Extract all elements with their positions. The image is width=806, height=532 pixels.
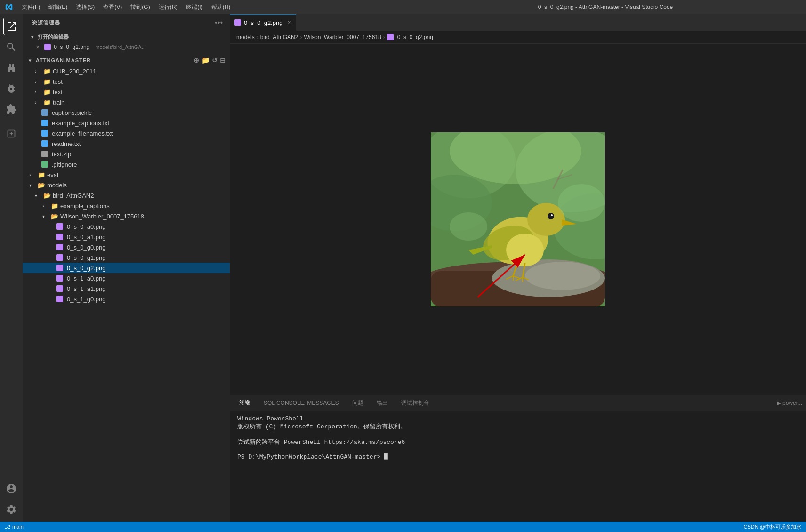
- tree-label: 0_s_1_g0.png: [67, 296, 105, 303]
- tree-item-0s0g1[interactable]: 0_s_0_g1.png: [23, 252, 230, 263]
- menu-edit[interactable]: 编辑(E): [45, 2, 71, 12]
- status-bar: ⎇ main CSDN @中杯可乐多加冰: [0, 522, 806, 532]
- close-icon[interactable]: ×: [36, 43, 40, 51]
- explorer-root-header[interactable]: ▾ ATTNGAN-MASTER ⊕ 📁 ↺ ⊟: [23, 54, 230, 66]
- open-editors-title[interactable]: ▾ 打开的编辑器: [23, 31, 230, 42]
- tree-label: 0_s_1_a1.png: [67, 285, 105, 292]
- folder-icon: 📁: [38, 171, 45, 178]
- tree-label: example_captions.txt: [52, 120, 109, 127]
- activity-explorer[interactable]: [3, 18, 20, 35]
- tree-item-gitignore[interactable]: .gitignore: [23, 159, 230, 169]
- tree-item-0s0a1[interactable]: 0_s_0_a1.png: [23, 232, 230, 242]
- file-icon-png: [44, 44, 51, 50]
- new-folder-icon[interactable]: 📁: [202, 56, 210, 64]
- breadcrumb: models › bird_AttnGAN2 › Wilson_Warbler_…: [230, 31, 806, 44]
- bird-image-container: [431, 132, 605, 306]
- breadcrumb-sep-1: ›: [257, 34, 258, 40]
- menu-run[interactable]: 运行(R): [155, 2, 182, 12]
- terminal-prompt: PS D:\MyPythonWorkplace\AttnGAN-master> …: [237, 453, 798, 460]
- tree-item-0s1a1[interactable]: 0_s_1_a1.png: [23, 283, 230, 294]
- breadcrumb-bird-attngan2[interactable]: bird_AttnGAN2: [260, 34, 298, 40]
- tree-item-captions-pickle[interactable]: captions.pickle: [23, 107, 230, 118]
- terminal-content[interactable]: Windows PowerShell 版权所有 (C) Microsoft Co…: [230, 411, 806, 522]
- terminal-panel: 终端 SQL CONSOLE: MESSAGES 问题 输出 调试控制台 ▶ p…: [230, 395, 806, 522]
- tab-close-icon[interactable]: ×: [287, 19, 291, 26]
- terminal-tab-sql[interactable]: SQL CONSOLE: MESSAGES: [258, 398, 345, 408]
- txt-file-icon: [41, 130, 48, 137]
- terminal-tab-problems[interactable]: 问题: [347, 397, 369, 409]
- menu-goto[interactable]: 转到(G): [127, 2, 153, 12]
- menu-select[interactable]: 选择(S): [72, 2, 98, 12]
- sidebar-title: 资源管理器: [32, 19, 60, 26]
- terminal-tab-output[interactable]: 输出: [371, 397, 394, 409]
- zip-file-icon: [41, 151, 48, 157]
- collapse-icon[interactable]: ⊟: [220, 56, 226, 64]
- tree-actions: ⊕ 📁 ↺ ⊟: [193, 56, 226, 64]
- sidebar: 资源管理器 ••• ▾ 打开的编辑器 × 0_s_0_g2.png models…: [23, 14, 230, 522]
- breadcrumb-models[interactable]: models: [236, 34, 255, 40]
- tree-label: Wilson_Warbler_0007_175618: [60, 213, 144, 220]
- terminal-tab-debug[interactable]: 调试控制台: [395, 397, 435, 409]
- tree-item-0s0a0[interactable]: 0_s_0_a0.png: [23, 221, 230, 232]
- img-file-icon: [56, 285, 63, 292]
- menu-terminal[interactable]: 终端(I): [182, 2, 206, 12]
- terminal-tab-terminal[interactable]: 终端: [234, 397, 256, 409]
- tab-0s0g2[interactable]: 0_s_0_g2.png ×: [230, 14, 296, 31]
- menu-file[interactable]: 文件(F): [18, 2, 44, 12]
- chevron-right-icon: ›: [40, 202, 47, 210]
- refresh-icon[interactable]: ↺: [212, 56, 218, 64]
- editor-area: 0_s_0_g2.png × models › bird_AttnGAN2 › …: [230, 14, 806, 522]
- menu-help[interactable]: 帮助(H): [208, 2, 234, 12]
- terminal-tab-right[interactable]: ▶ power...: [777, 400, 802, 406]
- tab-label: 0_s_0_g2.png: [244, 19, 282, 26]
- tree-item-models[interactable]: ▾ 📂 models: [23, 180, 230, 190]
- tree-item-0s0g0[interactable]: 0_s_0_g0.png: [23, 242, 230, 252]
- pickle-file-icon: [41, 109, 48, 116]
- menu-view[interactable]: 查看(V): [99, 2, 126, 12]
- folder-icon: 📁: [51, 202, 58, 210]
- tree-item-eval[interactable]: › 📁 eval: [23, 169, 230, 180]
- chevron-right-icon: ›: [32, 88, 40, 96]
- terminal-line-blank2: [237, 446, 798, 453]
- img-file-icon: [56, 254, 63, 261]
- activity-account[interactable]: [3, 480, 20, 497]
- status-branch: ⎇ main: [5, 524, 24, 530]
- git-file-icon: [41, 161, 48, 168]
- new-file-icon[interactable]: ⊕: [193, 56, 200, 64]
- tree-item-0s0g2[interactable]: 0_s_0_g2.png: [23, 263, 230, 273]
- ellipsis-icon[interactable]: •••: [214, 18, 224, 27]
- tree-item-test[interactable]: › 📁 test: [23, 76, 230, 87]
- tree-item-bird-attngan2[interactable]: ▾ 📂 bird_AttnGAN2: [23, 190, 230, 201]
- titlebar-menu: 文件(F) 编辑(E) 选择(S) 查看(V) 转到(G) 运行(R) 终端(I…: [18, 2, 410, 12]
- activity-search[interactable]: [3, 39, 20, 56]
- explorer-root-label: ATTNGAN-MASTER: [36, 57, 91, 63]
- tree-item-train[interactable]: › 📁 train: [23, 97, 230, 107]
- tab-bar: 0_s_0_g2.png ×: [230, 14, 806, 31]
- svg-point-14: [506, 234, 544, 266]
- img-file-icon: [56, 223, 63, 230]
- status-csdn: CSDN @中杯可乐多加冰: [744, 524, 801, 531]
- sidebar-header-icons: •••: [214, 18, 224, 27]
- tree-item-example-captions-folder[interactable]: › 📁 example_captions: [23, 201, 230, 211]
- tree-item-text[interactable]: › 📁 text: [23, 87, 230, 97]
- open-editor-item[interactable]: × 0_s_0_g2.png models\bird_AttnGA...: [23, 42, 230, 52]
- activity-debug[interactable]: [3, 80, 20, 97]
- tree-item-text-zip[interactable]: text.zip: [23, 149, 230, 159]
- tree-item-example-captions-txt[interactable]: example_captions.txt: [23, 118, 230, 128]
- folder-open-icon: 📂: [43, 192, 51, 199]
- tree-item-example-filenames-txt[interactable]: example_filenames.txt: [23, 128, 230, 138]
- activity-source-control[interactable]: [3, 59, 20, 76]
- tree-item-cub[interactable]: › 📁 CUB_200_2011: [23, 66, 230, 76]
- tree-item-0s1g0[interactable]: 0_s_1_g0.png: [23, 294, 230, 304]
- activity-remote[interactable]: [3, 125, 20, 142]
- svg-point-15: [548, 213, 554, 219]
- activity-settings[interactable]: [3, 501, 20, 518]
- chevron-right-icon: ›: [26, 171, 34, 178]
- tree-item-wilson-warbler[interactable]: ▾ 📂 Wilson_Warbler_0007_175618: [23, 211, 230, 221]
- breadcrumb-wilson-warbler[interactable]: Wilson_Warbler_0007_175618: [304, 34, 381, 40]
- tree-item-readme[interactable]: readme.txt: [23, 138, 230, 149]
- activity-extensions[interactable]: [3, 101, 20, 118]
- breadcrumb-file[interactable]: 0_s_0_g2.png: [397, 34, 433, 40]
- tree-item-0s1a0[interactable]: 0_s_1_a0.png: [23, 273, 230, 283]
- content-area: 终端 SQL CONSOLE: MESSAGES 问题 输出 调试控制台 ▶ p…: [230, 44, 806, 522]
